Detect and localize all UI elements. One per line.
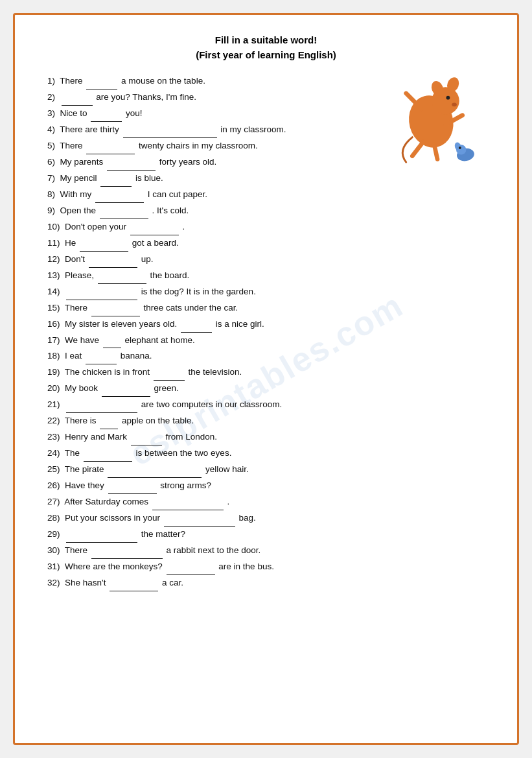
question-row: 32) She hasn't a car. [47,575,485,591]
answer-blank[interactable] [181,324,212,333]
answer-blank[interactable] [86,145,135,154]
question-text-after: the matter? [139,529,185,539]
question-text-before: Where are the monkeys? [65,562,165,571]
question-text-before: Have they [65,480,107,490]
question-text-after: from London. [163,432,217,442]
question-text-before: There is [65,416,99,425]
question-text-after: banana. [118,351,152,361]
answer-blank[interactable] [66,404,137,413]
question-text-after: is blue. [133,173,163,183]
answer-blank[interactable] [102,388,150,397]
question-text-after: . It's cold. [150,206,189,215]
question-number: 31) [47,562,65,571]
answer-blank[interactable] [152,501,224,510]
question-number: 28) [47,513,65,523]
question-number: 16) [47,319,65,329]
question-number: 18) [47,351,65,361]
answer-blank[interactable] [91,307,140,316]
question-number: 19) [47,367,65,377]
answer-blank[interactable] [164,517,235,527]
question-text-after: a car. [159,578,183,587]
answer-blank[interactable] [86,80,117,89]
answer-blank[interactable] [62,97,93,106]
question-text-before: Open the [60,206,98,215]
answer-blank[interactable] [95,194,144,203]
question-row: 30) There a rabbit next to the door. [47,543,485,559]
answer-blank[interactable] [86,355,117,364]
answer-blank[interactable] [89,259,137,268]
answer-blank[interactable] [108,485,157,494]
question-text-after: . [180,222,185,231]
question-text-before: She hasn't [65,578,108,587]
question-text-before: There [65,545,90,555]
answer-blank[interactable] [66,291,137,300]
answer-blank[interactable] [110,582,158,591]
question-text-after: up. [139,254,154,264]
question-text-after: yellow hair. [203,464,249,474]
answer-blank[interactable] [66,534,137,543]
answer-blank[interactable] [84,453,132,462]
question-number: 27) [47,497,64,506]
question-text-after: got a beard. [130,238,179,248]
question-text-before: The chicken is in front [65,367,152,377]
question-text-before: My book [65,383,100,393]
question-row: 17) We have elephant at home. [47,333,485,349]
answer-blank[interactable] [100,420,118,429]
mouse-illustration [378,75,478,165]
question-text-before: There are thirty [60,124,121,134]
question-text-before: I eat [65,351,84,361]
worksheet-page: eslprintables.com Fill in a suitable wor… [13,13,519,745]
question-row: 18) I eat banana. [47,348,485,364]
question-number: 2) [47,92,60,102]
question-number: 8) [47,189,60,199]
question-number: 13) [47,270,65,280]
question-text-after: the television. [186,367,242,377]
question-number: 25) [47,464,65,474]
question-text-after: twenty chairs in my classroom. [136,141,258,150]
answer-blank[interactable] [100,178,132,187]
answer-blank[interactable] [100,210,148,219]
question-number: 1) [47,76,60,86]
question-text-after: strong arms? [158,480,212,490]
answer-blank[interactable] [123,129,217,138]
question-row: 7) My pencil is blue. [47,171,485,187]
answer-blank[interactable] [107,161,156,171]
answer-blank[interactable] [131,436,162,445]
svg-line-9 [434,145,437,159]
svg-point-5 [452,102,457,106]
question-text-before: There [60,76,85,86]
svg-point-4 [446,96,450,100]
question-text-after: a mouse on the table. [119,76,205,86]
question-number: 4) [47,124,60,134]
answer-blank[interactable] [91,113,122,122]
answer-blank[interactable] [154,372,185,381]
question-number: 29) [47,529,65,539]
answer-blank[interactable] [108,469,202,478]
question-row: 15) There three cats under the car. [47,300,485,316]
question-number: 22) [47,416,65,425]
question-text-after: in my classroom. [218,124,286,134]
answer-blank[interactable] [167,566,215,575]
question-number: 7) [47,173,60,183]
answer-blank[interactable] [103,339,121,348]
answer-blank[interactable] [80,243,128,252]
question-text-before: My parents [60,157,106,167]
question-number: 20) [47,383,65,393]
question-number: 10) [47,222,65,231]
question-row: 28) Put your scissors in your bag. [47,510,485,527]
question-text-after: I can cut paper. [145,189,207,199]
question-row: 8) With my I can cut paper. [47,187,485,203]
question-row: 21) are two computers in our classroom. [47,397,485,413]
question-text-before: There [60,141,85,150]
question-text-before: With my [60,189,95,199]
svg-point-13 [459,147,461,149]
question-text-before: We have [65,335,102,345]
answer-blank[interactable] [130,226,179,235]
question-number: 14) [47,287,65,296]
question-text-before: After Saturday comes [64,497,151,506]
answer-blank[interactable] [98,275,146,284]
question-text-after: apple on the table. [119,416,194,425]
answer-blank[interactable] [91,550,163,559]
question-number: 15) [47,303,65,313]
question-row: 29) the matter? [47,527,485,543]
